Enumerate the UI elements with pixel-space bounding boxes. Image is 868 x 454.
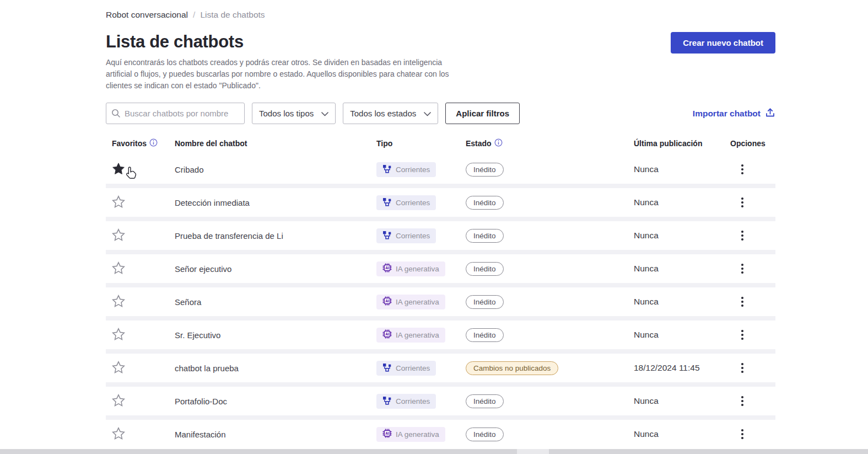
table-row[interactable]: Señora AI IA generativa Inédito Nunca: [106, 287, 775, 316]
breadcrumb-separator: /: [193, 10, 195, 20]
favorite-star[interactable]: [112, 361, 125, 373]
table-row[interactable]: Señor ejecutivo AI IA generativa Inédito…: [106, 254, 775, 283]
favorite-star[interactable]: [112, 261, 125, 274]
column-header-status-label: Estado: [466, 139, 492, 148]
last-published: Nunca: [634, 297, 730, 307]
type-badge-label: IA generativa: [396, 430, 439, 439]
state-filter-select[interactable]: Todos los estados: [343, 103, 438, 124]
type-badge-label: Corrientes: [396, 364, 430, 372]
type-badge: AI Corrientes: [376, 162, 436, 177]
options-cell: [730, 293, 775, 311]
status-badge: Inédito: [466, 295, 504, 309]
import-chatbot-link[interactable]: Importar chatbot: [693, 108, 775, 120]
type-badge-label: IA generativa: [396, 331, 439, 339]
flows-icon: [382, 197, 392, 208]
row-options-button[interactable]: [739, 293, 746, 311]
chatbot-name: Sr. Ejecutivo: [175, 330, 376, 340]
breadcrumb-root[interactable]: Robot conversacional: [106, 10, 188, 20]
chatbot-list-page: Robot conversacional / Lista de chatbots…: [0, 0, 868, 454]
favorites-cell: [106, 295, 175, 309]
type-badge: AI Corrientes: [376, 195, 436, 210]
column-header-name: Nombre del chatbot: [175, 139, 376, 148]
row-options-button[interactable]: [739, 260, 746, 278]
favorite-star[interactable]: [112, 328, 125, 340]
status-cell: Inédito: [466, 328, 634, 342]
horizontal-scrollbar[interactable]: [0, 449, 868, 454]
status-cell: Inédito: [466, 196, 634, 210]
upload-icon: [765, 108, 775, 120]
favorite-star[interactable]: [112, 195, 125, 208]
favorite-star[interactable]: [112, 162, 125, 175]
type-cell: AI Corrientes: [376, 228, 466, 243]
last-published: Nunca: [634, 231, 730, 241]
info-icon[interactable]: [149, 138, 158, 148]
type-cell: AI IA generativa: [376, 261, 466, 276]
favorites-cell: [106, 195, 175, 210]
row-options-button[interactable]: [739, 359, 746, 377]
type-cell: AI IA generativa: [376, 295, 466, 309]
table-row[interactable]: Portafolio-Doc AI Corrientes Inédito Nun…: [106, 387, 775, 415]
status-badge: Cambios no publicados: [466, 361, 558, 375]
search-input[interactable]: [106, 103, 245, 124]
ai-chip-icon: AI: [382, 263, 392, 274]
options-cell: [730, 227, 775, 245]
table-header: Favoritos Nombre del chatbot Tipo Estado…: [106, 138, 775, 148]
row-options-button[interactable]: [739, 161, 746, 179]
chevron-down-icon: [424, 109, 431, 118]
status-cell: Inédito: [466, 163, 634, 177]
type-badge: AI IA generativa: [376, 328, 445, 343]
options-cell: [730, 326, 775, 344]
status-badge: Inédito: [466, 229, 504, 243]
table-row[interactable]: Prueba de transferencia de Li AI Corrien…: [106, 221, 775, 250]
type-cell: AI Corrientes: [376, 195, 466, 210]
search-icon: [111, 109, 121, 120]
table-row[interactable]: Manifestación AI IA generativa Inédito N…: [106, 420, 775, 448]
last-published: Nunca: [634, 164, 730, 174]
type-badge-label: IA generativa: [396, 265, 439, 273]
row-options-button[interactable]: [739, 392, 746, 410]
favorites-cell: [106, 162, 175, 177]
type-badge-label: Corrientes: [396, 165, 430, 174]
favorite-star[interactable]: [112, 427, 125, 440]
favorites-cell: [106, 394, 175, 409]
last-published: Nunca: [634, 396, 730, 406]
options-cell: [730, 161, 775, 179]
table-row[interactable]: Cribado AI Corrientes Inédito Nunca: [106, 155, 775, 184]
status-cell: Inédito: [466, 428, 634, 441]
status-badge: Inédito: [466, 328, 504, 342]
status-cell: Inédito: [466, 394, 634, 408]
flows-icon: [382, 396, 392, 407]
create-chatbot-button[interactable]: Crear nuevo chatbot: [671, 32, 775, 54]
type-badge-label: Corrientes: [396, 232, 430, 240]
table-row[interactable]: chatbot la prueba AI Corrientes Cambios …: [106, 354, 775, 382]
table-row[interactable]: Sr. Ejecutivo AI IA generativa Inédito N…: [106, 321, 775, 349]
table-row[interactable]: Detección inmediata AI Corrientes Inédit…: [106, 188, 775, 217]
options-cell: [730, 260, 775, 278]
import-chatbot-label: Importar chatbot: [693, 109, 761, 119]
row-options-button[interactable]: [739, 194, 746, 212]
chevron-down-icon: [321, 109, 328, 118]
row-options-button[interactable]: [739, 227, 746, 245]
ai-chip-icon: AI: [382, 296, 392, 307]
favorites-cell: [106, 328, 175, 343]
chatbot-name: Cribado: [175, 165, 376, 174]
row-options-button[interactable]: [739, 425, 746, 444]
options-cell: [730, 359, 775, 377]
type-badge: AI Corrientes: [376, 228, 436, 243]
status-cell: Cambios no publicados: [466, 361, 634, 375]
status-badge: Inédito: [466, 394, 504, 408]
scrollbar-thumb[interactable]: [517, 449, 549, 454]
column-header-options: Opciones: [730, 139, 775, 148]
status-badge: Inédito: [466, 428, 504, 441]
type-filter-value: Todos los tipos: [259, 109, 314, 118]
favorite-star[interactable]: [112, 394, 125, 407]
favorite-star[interactable]: [112, 228, 125, 241]
row-options-button[interactable]: [739, 326, 746, 344]
favorite-star[interactable]: [112, 295, 125, 307]
apply-filters-button[interactable]: Aplicar filtros: [445, 103, 520, 124]
info-icon[interactable]: [494, 138, 503, 148]
type-filter-select[interactable]: Todos los tipos: [252, 103, 336, 124]
type-badge: AI Corrientes: [376, 361, 436, 376]
status-cell: Inédito: [466, 262, 634, 276]
type-badge: AI Corrientes: [376, 394, 436, 409]
